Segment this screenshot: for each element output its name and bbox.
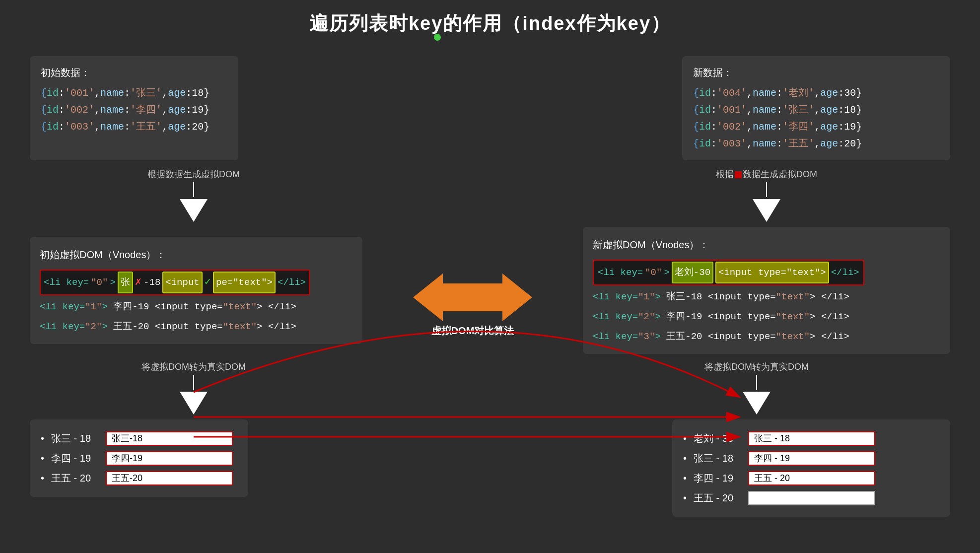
laoliu-highlight: 老刘-30	[672, 262, 713, 283]
real-dom-input-2[interactable]	[106, 471, 233, 485]
vnode-row-1: <li key="1"> 李四-19 <input type="text"> <…	[40, 297, 352, 316]
page-container: 遍历列表时key的作用（index作为key） 初始数据： {id:'001',…	[0, 0, 980, 553]
new-data-box: 新数据： {id:'004',name:'老刘',age:30} {id:'00…	[682, 56, 950, 160]
orange-arrow-icon	[413, 274, 532, 321]
vnode-row-0: <li key="0"> 张 ✗ -18 <input ✓ pe="text">…	[40, 270, 352, 295]
real-dom-input-1[interactable]	[106, 451, 233, 466]
new-vnode-row-1: <li key="1"> 张三-18 <input type="text"> <…	[593, 287, 940, 306]
initial-vnode-box: 初始虚拟DOM（Vnodes）： <li key="0"> 张 ✗ -18 <i…	[30, 237, 362, 344]
new-real-dom-item-2: • 李四 - 19	[683, 468, 939, 488]
new-vnode-label: 新虚拟DOM（Vnodes）：	[593, 235, 940, 255]
left-bottom-arrow-block: 将虚拟DOM转为真实DOM	[89, 361, 298, 415]
new-real-dom-box: • 老刘 - 30 • 张三 - 18 • 李四 - 19 • 王五 - 20	[672, 419, 950, 517]
real-dom-item-0: • 张三 - 18	[41, 428, 237, 448]
input-highlight-new: <input type="text">	[715, 262, 829, 283]
right-bottom-arrow-down-icon	[743, 392, 770, 415]
new-real-dom-item-3: • 王五 - 20	[683, 488, 939, 508]
vnode-section: 初始虚拟DOM（Vnodes）： <li key="0"> 张 ✗ -18 <i…	[0, 227, 980, 354]
new-vnode-box: 新虚拟DOM（Vnodes）： <li key="0"> 老刘-30 <inpu…	[583, 227, 950, 354]
right-bottom-arrow-block: 将虚拟DOM转为真实DOM	[652, 361, 861, 415]
right-arrow-label: 根据数据生成虚拟DOM	[716, 168, 817, 180]
initial-data-row-2: {id:'002',name:'李四',age:19}	[41, 102, 227, 119]
new-real-dom-item-1: • 张三 - 18	[683, 448, 939, 468]
new-real-dom-input-3[interactable]	[748, 491, 875, 505]
initial-vnode-label: 初始虚拟DOM（Vnodes）：	[40, 245, 352, 265]
initial-real-dom-box: • 张三 - 18 • 李四 - 19 • 王五 - 20	[30, 419, 248, 497]
real-dom-label-1: 李四 - 19	[51, 448, 101, 468]
new-real-dom-input-0[interactable]	[748, 431, 875, 446]
right-arrow-block: 根据数据生成虚拟DOM	[662, 168, 871, 222]
new-data-row-2: {id:'001',name:'张三',age:18}	[693, 102, 939, 119]
new-vnode-row-3: <li key="3"> 王五-20 <input type="text"> <…	[593, 327, 940, 346]
new-real-dom-input-2[interactable]	[748, 471, 875, 485]
new-data-row-3: {id:'002',name:'李四',age:19}	[693, 119, 939, 136]
middle-arrow-label: 虚拟DOM对比算法	[431, 324, 514, 338]
left-arrow-down-icon	[180, 199, 208, 222]
right-arrow-down-icon	[753, 199, 780, 222]
new-data-row-1: {id:'004',name:'老刘',age:30}	[693, 85, 939, 102]
top-data-section: 初始数据： {id:'001',name:'张三',age:18} {id:'0…	[0, 41, 980, 160]
real-dom-item-1: • 李四 - 19	[41, 448, 237, 468]
new-real-dom-item-0: • 老刘 - 30	[683, 428, 939, 448]
real-dom-item-2: • 王五 - 20	[41, 468, 237, 488]
real-dom-label-0: 张三 - 18	[51, 428, 101, 448]
new-real-dom-label-3: 王五 - 20	[694, 488, 743, 508]
left-arrow-block: 根据数据生成虚拟DOM	[89, 168, 298, 222]
left-bottom-arrow-down-icon	[180, 392, 208, 415]
real-dom-label-2: 王五 - 20	[51, 468, 101, 488]
initial-data-row-1: {id:'001',name:'张三',age:18}	[41, 85, 227, 102]
new-vnode-row-0: <li key="0"> 老刘-30 <input type="text"> <…	[593, 260, 940, 285]
green-dot-indicator	[432, 34, 441, 43]
zhang-highlight: 张	[118, 272, 133, 293]
new-real-dom-label-1: 张三 - 18	[694, 448, 743, 468]
initial-data-row-3: {id:'003',name:'王五',age:20}	[41, 119, 227, 136]
new-real-dom-input-1[interactable]	[748, 451, 875, 466]
left-bottom-arrow-label: 将虚拟DOM转为真实DOM	[141, 361, 246, 373]
middle-arrow-block: 虚拟DOM对比算法	[398, 274, 547, 338]
new-data-label: 新数据：	[693, 64, 939, 81]
red-square-icon	[735, 171, 742, 178]
real-dom-section: • 张三 - 18 • 李四 - 19 • 王五 - 20 • 老刘 - 30	[0, 419, 980, 517]
new-real-dom-label-2: 李四 - 19	[694, 468, 743, 488]
right-bottom-arrow-label: 将虚拟DOM转为真实DOM	[704, 361, 809, 373]
initial-data-box: 初始数据： {id:'001',name:'张三',age:18} {id:'0…	[30, 56, 238, 160]
arrow-section-bottom: 将虚拟DOM转为真实DOM 将虚拟DOM转为真实DOM	[0, 361, 980, 415]
vnode-row-2: <li key="2"> 王五-20 <input type="text"> <…	[40, 317, 352, 336]
new-real-dom-label-0: 老刘 - 30	[694, 428, 743, 448]
new-data-row-4: {id:'003',name:'王五',age:20}	[693, 136, 939, 152]
input-highlight: <input	[162, 272, 202, 293]
page-title: 遍历列表时key的作用（index作为key）	[0, 0, 980, 36]
initial-data-label: 初始数据：	[41, 64, 227, 81]
arrow-section-top: 根据数据生成虚拟DOM 根据数据生成虚拟DOM	[0, 168, 980, 222]
new-vnode-row-2: <li key="2"> 李四-19 <input type="text"> <…	[593, 307, 940, 326]
real-dom-input-0[interactable]	[106, 431, 233, 446]
left-arrow-label: 根据数据生成虚拟DOM	[147, 168, 240, 180]
